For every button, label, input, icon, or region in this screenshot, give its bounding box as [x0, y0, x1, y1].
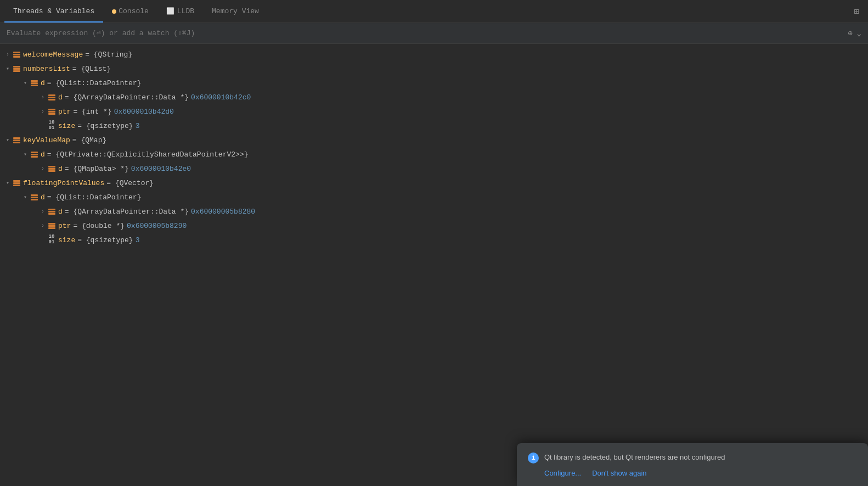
var-type: = {QArrayDataPointer::Data *} — [65, 93, 189, 102]
variable-icon — [30, 193, 38, 202]
layout-icon[interactable]: ⊞ — [849, 4, 864, 19]
var-type: = {qsizetype} — [77, 236, 133, 244]
variable-icon — [12, 64, 21, 73]
var-name: keyValueMap — [23, 136, 70, 144]
var-name: d — [41, 150, 45, 159]
var-value: 0x6000010b42e0 — [131, 165, 191, 173]
list-item[interactable]: d = {QList::DataPointer} — [0, 76, 868, 90]
var-name: size — [58, 122, 75, 130]
variables-list: welcomeMessage = {QString} numbersList =… — [0, 44, 868, 486]
var-value: 3 — [136, 122, 140, 130]
variable-icon — [30, 79, 38, 87]
tab-threads-variables[interactable]: Threads & Variables — [4, 0, 103, 23]
var-type: = {QList} — [72, 65, 111, 73]
var-value: 0x60000005b8280 — [191, 208, 255, 216]
var-name: d — [41, 193, 45, 202]
list-item[interactable]: ptr = {int *} 0x6000010b42d0 — [0, 104, 868, 119]
tab-console[interactable]: Console — [103, 0, 157, 23]
expander-icon[interactable] — [21, 79, 30, 87]
variable-icon — [12, 178, 21, 187]
list-item[interactable]: 1001 size = {qsizetype} 3 — [0, 119, 868, 133]
number-icon: 1001 — [47, 236, 56, 244]
var-type: = {int *} — [73, 108, 111, 116]
var-name: ptr — [58, 108, 71, 116]
var-name: ptr — [58, 222, 71, 230]
var-type: = {qsizetype} — [77, 122, 133, 130]
notification-actions: Configure... Don't show again — [528, 469, 857, 477]
list-item[interactable]: welcomeMessage = {QString} — [0, 47, 868, 62]
notification-popup: i Qt library is detected, but Qt rendere… — [517, 443, 868, 486]
expression-input[interactable] — [7, 29, 848, 37]
expression-bar: ⊕ ⌄ — [0, 23, 868, 44]
var-value: 0x6000010b42c0 — [191, 93, 251, 102]
expander-icon[interactable] — [3, 64, 12, 73]
expander-icon[interactable] — [38, 221, 47, 230]
expander-icon[interactable] — [38, 107, 47, 116]
info-icon: i — [528, 453, 539, 463]
var-type: = {QMap} — [72, 136, 106, 144]
list-item[interactable]: d = {QList::DataPointer} — [0, 190, 868, 204]
list-item[interactable]: d = {QArrayDataPointer::Data *} 0x600001… — [0, 90, 868, 104]
var-name: welcomeMessage — [23, 51, 83, 59]
var-name: d — [58, 93, 63, 102]
variable-icon — [47, 207, 56, 216]
var-name: d — [58, 165, 63, 173]
list-item[interactable]: d = {QArrayDataPointer::Data *} 0x600000… — [0, 204, 868, 219]
variable-icon — [47, 221, 56, 230]
notification-message: Qt library is detected, but Qt renderers… — [544, 452, 725, 463]
var-type: = {QtPrivate::QExplicitlySharedDataPoint… — [47, 150, 249, 159]
var-type: = {QString} — [85, 51, 132, 59]
var-value: 3 — [136, 236, 140, 244]
var-type: = {double *} — [73, 222, 125, 230]
var-name: size — [58, 236, 75, 244]
expander-icon[interactable] — [3, 136, 12, 144]
variable-icon — [12, 50, 21, 59]
list-item[interactable]: 1001 size = {qsizetype} 3 — [0, 233, 868, 247]
list-item[interactable]: d = {QtPrivate::QExplicitlySharedDataPoi… — [0, 147, 868, 161]
var-name: numbersList — [23, 65, 70, 73]
var-type: = {QVector} — [106, 179, 154, 187]
tab-memory-view[interactable]: Memory View — [203, 0, 268, 23]
expander-icon[interactable] — [38, 164, 47, 173]
var-type: = {QList::DataPointer} — [47, 79, 142, 87]
variable-icon — [47, 93, 56, 102]
expression-actions: ⊕ ⌄ — [848, 29, 861, 38]
tab-lldb-label: LLDB — [177, 7, 194, 15]
var-value: 0x6000010b42d0 — [114, 108, 174, 116]
list-item[interactable]: d = {QMapData> *} 0x6000010b42e0 — [0, 161, 868, 176]
list-item[interactable]: ptr = {double *} 0x6000005b8290 — [0, 219, 868, 233]
variable-icon — [30, 150, 38, 159]
var-name: d — [58, 208, 63, 216]
console-dot-indicator — [112, 9, 116, 14]
add-watch-icon[interactable]: ⊕ — [848, 29, 852, 38]
tab-console-label: Console — [119, 7, 149, 15]
expand-chevron-icon[interactable]: ⌄ — [857, 29, 861, 38]
terminal-icon: ⬜ — [166, 7, 174, 15]
variable-icon — [47, 107, 56, 116]
configure-link[interactable]: Configure... — [544, 469, 581, 477]
var-type: = {QList::DataPointer} — [47, 193, 142, 202]
var-type: = {QArrayDataPointer::Data *} — [65, 208, 189, 216]
expander-icon[interactable] — [3, 178, 12, 187]
variable-icon — [12, 136, 21, 144]
tab-lldb[interactable]: ⬜ LLDB — [157, 0, 203, 23]
tab-bar: Threads & Variables Console ⬜ LLDB Memor… — [0, 0, 868, 23]
variable-icon — [47, 164, 56, 173]
expander-icon[interactable] — [21, 193, 30, 202]
var-type: = {QMapData> *} — [65, 165, 129, 173]
expander-icon[interactable] — [21, 150, 30, 159]
expander-icon[interactable] — [3, 50, 12, 59]
expander-icon[interactable] — [38, 207, 47, 216]
list-item[interactable]: numbersList = {QList} — [0, 62, 868, 76]
number-icon: 1001 — [47, 121, 56, 130]
var-name: floatingPointValues — [23, 179, 104, 187]
tab-memory-view-label: Memory View — [212, 7, 259, 15]
var-name: d — [41, 79, 45, 87]
expander-icon[interactable] — [38, 93, 47, 102]
var-value: 0x6000005b8290 — [127, 222, 187, 230]
list-item[interactable]: floatingPointValues = {QVector} — [0, 176, 868, 190]
notification-content: i Qt library is detected, but Qt rendere… — [528, 452, 857, 463]
list-item[interactable]: keyValueMap = {QMap} — [0, 133, 868, 147]
dont-show-again-link[interactable]: Don't show again — [592, 469, 646, 477]
tab-threads-variables-label: Threads & Variables — [13, 7, 94, 15]
